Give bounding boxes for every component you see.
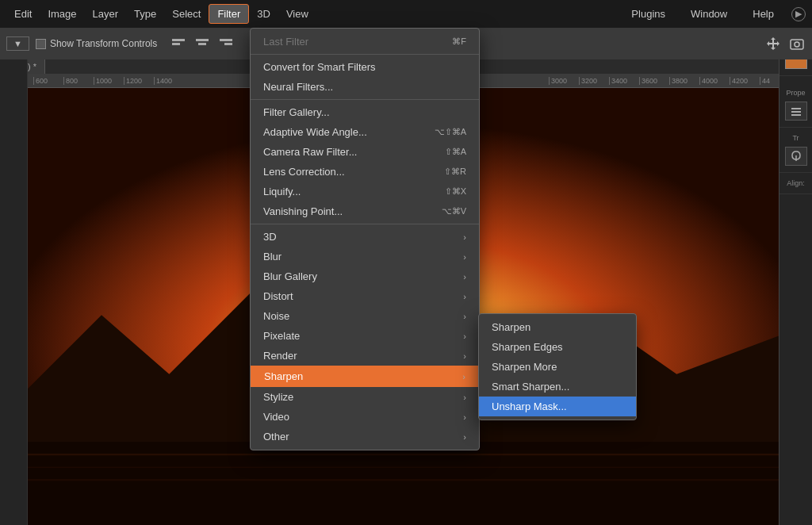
menu-render-arrow: ›: [463, 351, 466, 361]
menu-type[interactable]: Type: [126, 5, 164, 23]
menu-sharpen[interactable]: Sharpen ›: [251, 366, 479, 387]
menu-render-label: Render: [263, 350, 297, 362]
ruler-mark: 3600: [639, 77, 669, 85]
menu-blur[interactable]: Blur ›: [251, 247, 479, 266]
menu-blur-gallery[interactable]: Blur Gallery ›: [251, 266, 479, 286]
menu-3d[interactable]: 3D: [249, 5, 278, 23]
account-icon[interactable]: ▶: [791, 7, 806, 21]
menu-pixelate-arrow: ›: [463, 331, 466, 341]
menu-vanishing-point-label: Vanishing Point...: [263, 205, 343, 217]
menu-adaptive-wide-label: Adaptive Wide Angle...: [263, 126, 367, 138]
camera-icon[interactable]: [788, 35, 806, 52]
menu-liquify-label: Liquify...: [263, 186, 301, 197]
svg-rect-17: [791, 114, 801, 116]
submenu-sharpen-more-label: Sharpen More: [492, 361, 557, 373]
menu-adaptive-wide-shortcut: ⌥⇧⌘A: [435, 127, 466, 137]
divider-2: [251, 99, 479, 100]
menu-stylize[interactable]: Stylize ›: [251, 387, 479, 407]
show-transform-checkbox[interactable]: [36, 39, 46, 49]
filter-dropdown-container: Last Filter ⌘F Convert for Smart Filters…: [250, 28, 480, 450]
menu-pixelate[interactable]: Pixelate ›: [251, 326, 479, 346]
menu-adaptive-wide[interactable]: Adaptive Wide Angle... ⌥⇧⌘A: [251, 122, 479, 142]
menu-vanishing-point-shortcut: ⌥⌘V: [442, 206, 466, 217]
left-sidebar: [0, 28, 28, 525]
menu-camera-raw-label: Camera Raw Filter...: [263, 146, 357, 158]
svg-rect-1: [172, 43, 180, 45]
divider-3: [251, 224, 479, 224]
svg-rect-0: [172, 39, 185, 41]
menu-3d[interactable]: 3D ›: [251, 227, 479, 247]
menu-last-filter-shortcut: ⌘F: [452, 36, 466, 47]
menu-video[interactable]: Video ›: [251, 407, 479, 427]
menu-other-label: Other: [263, 431, 289, 443]
menu-layer[interactable]: Layer: [85, 5, 127, 23]
submenu-sharpen[interactable]: Sharpen: [479, 317, 636, 337]
ruler-mark: 4200: [730, 77, 760, 85]
menu-noise-arrow: ›: [463, 312, 466, 321]
menu-noise[interactable]: Noise ›: [251, 306, 479, 326]
menu-select[interactable]: Select: [164, 5, 209, 23]
menu-render[interactable]: Render ›: [251, 346, 479, 366]
submenu-smart-sharpen[interactable]: Smart Sharpen...: [479, 377, 636, 397]
submenu-sharpen-more[interactable]: Sharpen More: [479, 357, 636, 377]
svg-rect-3: [198, 43, 206, 45]
align-section: Align:: [779, 173, 812, 194]
menu-neural-filters-label: Neural Filters...: [263, 81, 333, 93]
svg-rect-16: [791, 111, 801, 113]
menu-convert-smart[interactable]: Convert for Smart Filters: [251, 57, 479, 77]
svg-rect-2: [196, 39, 209, 41]
menu-camera-raw[interactable]: Camera Raw Filter... ⇧⌘A: [251, 142, 479, 162]
menu-liquify[interactable]: Liquify... ⇧⌘X: [251, 182, 479, 201]
menu-video-arrow: ›: [463, 412, 466, 422]
menu-distort-label: Distort: [263, 290, 293, 302]
submenu-unsharp-mask[interactable]: Unsharp Mask...: [479, 397, 636, 416]
submenu-sharpen-edges-label: Sharpen Edges: [492, 341, 563, 353]
align-label: Align:: [787, 179, 805, 187]
menu-filter-gallery[interactable]: Filter Gallery...: [251, 102, 479, 122]
menu-distort-arrow: ›: [463, 292, 466, 301]
ruler-mark: 1000: [94, 77, 124, 85]
menubar: Edit Image Layer Type Select Filter 3D V…: [0, 0, 812, 28]
right-sidebar: Color Prope Tr Align:: [779, 28, 812, 525]
menu-other[interactable]: Other ›: [251, 427, 479, 446]
svg-rect-15: [791, 108, 801, 109]
menu-neural-filters[interactable]: Neural Filters...: [251, 77, 479, 97]
divider-1: [251, 54, 479, 55]
tool-select-dropdown[interactable]: ▼: [6, 36, 29, 51]
menu-3d-arrow: ›: [463, 232, 466, 242]
menu-window[interactable]: Window: [683, 5, 735, 23]
menu-vanishing-point[interactable]: Vanishing Point... ⌥⌘V: [251, 201, 479, 221]
menu-last-filter[interactable]: Last Filter ⌘F: [251, 32, 479, 52]
properties-section: Prope: [779, 82, 812, 128]
menu-plugins[interactable]: Plugins: [623, 5, 673, 23]
menu-sharpen-label: Sharpen: [264, 370, 303, 382]
align-icon-3[interactable]: [217, 35, 235, 52]
menu-help[interactable]: Help: [745, 5, 782, 23]
menu-filter[interactable]: Filter: [209, 4, 249, 24]
link-icon[interactable]: [785, 147, 807, 166]
align-icon-1[interactable]: [170, 35, 187, 52]
show-transform-wrap: Show Transform Controls: [36, 38, 157, 49]
ruler-mark: 3800: [669, 77, 699, 85]
menu-lens-correction-label: Lens Correction...: [263, 166, 345, 178]
menu-blur-arrow: ›: [463, 252, 466, 262]
menu-lens-correction[interactable]: Lens Correction... ⇧⌘R: [251, 162, 479, 182]
menu-blur-gallery-arrow: ›: [463, 272, 466, 282]
menu-convert-smart-label: Convert for Smart Filters: [263, 61, 376, 73]
menu-noise-label: Noise: [263, 310, 289, 322]
menu-stylize-arrow: ›: [463, 393, 466, 402]
move-icon[interactable]: [764, 35, 782, 52]
submenu-sharpen-label: Sharpen: [492, 321, 530, 333]
menu-filter-gallery-label: Filter Gallery...: [263, 106, 330, 118]
ruler-mark: 1400: [154, 77, 184, 85]
properties-icon[interactable]: [785, 102, 807, 121]
align-icon-2[interactable]: [193, 35, 211, 52]
menu-distort[interactable]: Distort ›: [251, 286, 479, 306]
menu-view[interactable]: View: [278, 5, 316, 23]
menu-sharpen-arrow: ›: [462, 372, 465, 381]
menu-3d-label: 3D: [263, 231, 277, 243]
submenu-sharpen-edges[interactable]: Sharpen Edges: [479, 337, 636, 357]
menu-image[interactable]: Image: [40, 5, 84, 23]
menu-edit[interactable]: Edit: [6, 5, 40, 23]
menu-other-arrow: ›: [463, 432, 466, 442]
